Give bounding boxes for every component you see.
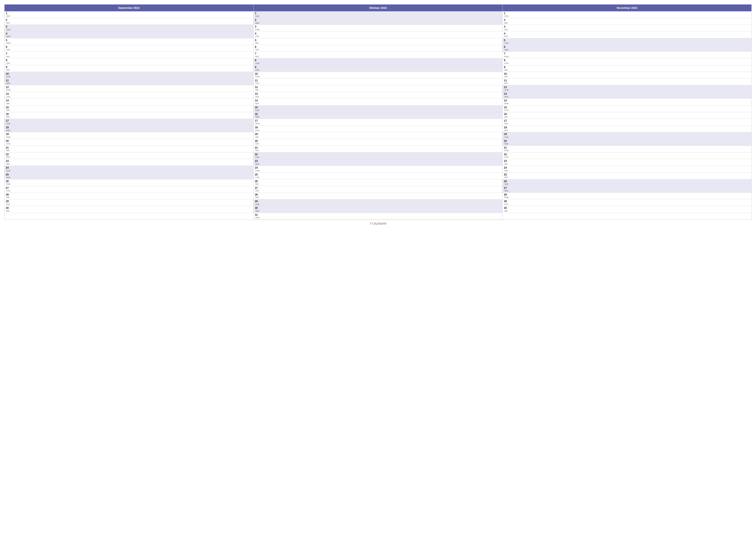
day-row[interactable]: 9SRI [502,65,751,72]
day-row[interactable]: 23SRI [502,159,751,166]
day-row[interactable]: 13ČET [254,92,502,99]
day-row[interactable]: 26SUB [502,179,751,186]
day-row[interactable]: 12SRI [254,85,502,92]
day-row[interactable]: 24SUB [5,166,254,172]
day-row[interactable]: 7PET [254,52,502,58]
day-row[interactable]: 2PET [5,18,254,25]
day-row[interactable]: 23NED [254,159,502,166]
day-row[interactable]: 31PON [254,213,502,220]
day-cell: 12SUB [504,86,508,91]
day-row[interactable]: 8UTO [502,58,751,65]
day-row[interactable]: 1ČET [5,12,254,18]
day-name: SRI [504,163,508,165]
day-row[interactable]: 4UTO [254,32,502,38]
day-row[interactable]: 9PET [5,65,254,72]
day-row[interactable]: 2NED [254,18,502,25]
day-row[interactable]: 29SUB [254,199,502,206]
day-row[interactable]: 8SUB [254,58,502,65]
day-cell: 4PET [504,32,508,38]
day-row[interactable]: 10ČET [502,72,751,79]
day-row[interactable]: 23PET [5,159,254,166]
day-row[interactable]: 19SRI [254,132,502,139]
day-row[interactable]: 19SUB [502,132,751,139]
day-row[interactable]: 22UTO [502,152,751,159]
day-row[interactable]: 9NED [254,65,502,72]
day-name: SRI [504,69,508,71]
day-row[interactable]: 5PON [5,38,254,45]
day-row[interactable]: 22SUB [254,152,502,159]
day-row[interactable]: 10SUB [5,72,254,79]
day-row[interactable]: 1SUB [254,12,502,18]
day-row[interactable]: 21PON [502,146,751,152]
day-row[interactable]: 28PON [502,193,751,199]
day-row[interactable]: 25NED [5,173,254,179]
day-row[interactable]: 4PET [502,32,751,38]
day-row[interactable]: 29UTO [502,199,751,206]
day-row[interactable]: 15UTO [502,106,751,112]
day-row[interactable]: 6UTO [5,45,254,52]
day-row[interactable]: 17ČET [502,119,751,126]
day-cell: 17SUB [6,119,10,125]
day-row[interactable]: 10PON [254,72,502,79]
day-row[interactable]: 12SUB [502,85,751,92]
day-row[interactable]: 18PET [502,126,751,132]
day-number: 20 [6,140,10,142]
day-row[interactable]: 15ČET [5,106,254,112]
day-row[interactable]: 29ČET [5,199,254,206]
day-row[interactable]: 5SRI [254,38,502,45]
day-row[interactable]: 14PON [502,99,751,105]
day-row[interactable]: 8ČET [5,58,254,65]
day-row[interactable]: 22ČET [5,152,254,159]
day-row[interactable]: 20ČET [254,139,502,146]
day-row[interactable]: 26PON [5,179,254,186]
day-row[interactable]: 28PET [254,193,502,199]
day-row[interactable]: 13NED [502,92,751,99]
day-row[interactable]: 20UTO [5,139,254,146]
day-row[interactable]: 18UTO [254,126,502,132]
day-row[interactable]: 16NED [254,112,502,119]
day-row[interactable]: 20NED [502,139,751,146]
day-row[interactable]: 25PET [502,173,751,179]
day-row[interactable]: 21SRI [5,146,254,152]
day-row[interactable]: 3SUB [5,25,254,32]
day-number: 18 [255,126,259,129]
day-row[interactable]: 11NED [5,79,254,85]
day-row[interactable]: 5SUB [502,38,751,45]
day-row[interactable]: 26SRI [254,179,502,186]
day-row[interactable]: 17PON [254,119,502,126]
day-row[interactable]: 30SRI [502,206,751,213]
day-row[interactable]: 2SRI [502,18,751,25]
day-row[interactable]: 12PON [5,85,254,92]
day-row[interactable]: 30PET [5,206,254,213]
day-row[interactable]: 21PET [254,146,502,152]
day-row[interactable]: 30NED [254,206,502,213]
day-row[interactable]: 11UTO [254,79,502,85]
day-row[interactable]: 6ČET [254,45,502,52]
day-row[interactable]: 16PET [5,112,254,119]
day-row[interactable]: 3ČET [502,25,751,32]
day-row[interactable]: 15SUB [254,106,502,112]
day-row[interactable]: 28SRI [5,193,254,199]
day-row[interactable]: 4NED [5,32,254,38]
day-row[interactable]: 7PON [502,52,751,58]
day-row[interactable]: 27UTO [5,186,254,193]
day-row[interactable]: 7SRI [5,52,254,58]
day-row[interactable]: 13UTO [5,92,254,99]
day-row[interactable]: 25UTO [254,173,502,179]
day-row[interactable]: 16SRI [502,112,751,119]
day-row[interactable]: 24PON [254,166,502,172]
day-row[interactable]: 1UTO [502,12,751,18]
day-cell: 25NED [6,173,10,179]
day-row[interactable]: 19PON [5,132,254,139]
day-row[interactable]: 27NED [502,186,751,193]
day-row[interactable]: 3PON [254,25,502,32]
day-row[interactable]: 6NED [502,45,751,52]
day-row[interactable]: 14PET [254,99,502,105]
day-row[interactable]: 27ČET [254,186,502,193]
day-row[interactable]: 24ČET [502,166,751,172]
day-name: UTO [504,62,508,64]
day-row[interactable]: 18NED [5,126,254,132]
day-row[interactable]: 11PET [502,79,751,85]
day-row[interactable]: 14SRI [5,99,254,105]
day-row[interactable]: 17SUB [5,119,254,126]
